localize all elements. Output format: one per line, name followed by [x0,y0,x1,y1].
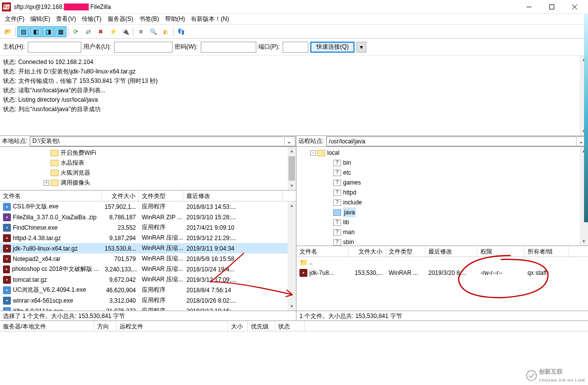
remote-path-input[interactable]: /usr/local/java⌄ [326,136,588,146]
column-header[interactable]: 文件类型 [139,191,183,201]
file-row[interactable]: ▪jdk-7u8...153,530,...WinRAR ...2019/3/2… [296,267,588,278]
toggle-log-icon[interactable]: ▤ [17,26,29,37]
tree-item[interactable]: ?etc [298,168,586,178]
menu-item[interactable]: 查看(V) [53,14,79,24]
column-header[interactable]: 远程文件 [117,321,228,331]
search-icon[interactable]: 🔍 [147,26,159,37]
file-row[interactable]: ▪Xftp-6.0.0111p.exe31,976,272应用程序2019/3/… [0,306,296,311]
toggle-remote-tree-icon[interactable]: ◨ [42,26,54,37]
file-row[interactable]: 📁.. [296,257,588,267]
file-row[interactable]: ▪UC浏览器_V6.2.4094.1.exe46,620,904应用程序2018… [0,285,296,295]
log-pane: 状态: Connected to 192.168.2.104状态: 开始上传 D… [0,56,588,136]
tree-item[interactable]: 水晶报表 [2,158,294,168]
tree-item[interactable]: ?sbin [298,237,586,246]
column-header[interactable]: 文件类型 [386,246,425,257]
file-row[interactable]: ▪jdk-7u80-linux-x64.tar.gz153,530,8...Wi… [0,243,296,254]
log-line: 状态: 开始上传 D:\安装包\jdk-7u80-linux-x64.tar.g… [3,67,585,76]
sync-browse-icon[interactable]: 👣 [175,26,187,37]
local-site-label: 本地站点: [0,137,29,145]
log-line: 状态: 列出"/usr/local/java"的目录成功 [3,105,585,114]
toggle-local-tree-icon[interactable]: ◧ [30,26,42,37]
column-header[interactable]: 大小 [228,321,248,331]
menubar: 文件(F)编辑(E)查看(V)传输(T)服务器(S)书签(B)帮助(H)有新版本… [0,14,588,25]
file-row[interactable]: ▪photoshop cc 2018中文破解版 ...3,240,133,...… [0,264,296,274]
app-icon: Fz [2,2,11,11]
process-queue-icon[interactable]: ⇄ [82,26,94,37]
compare-icon[interactable]: ◐ [160,26,172,37]
column-header[interactable]: 优先级 [248,321,275,331]
column-header[interactable]: 最近修改 [425,246,477,257]
tree-item[interactable]: java [298,207,586,217]
maximize-button[interactable] [540,0,563,14]
quickconnect-bar: 主机(H): 用户名(U): 密码(W): 端口(P): 快速连接(Q) ▾ [0,39,588,56]
column-header[interactable]: 文件名 [296,246,349,257]
file-row[interactable]: ▪FindChinese.exe23,552应用程序2017/4/21 9:09… [0,222,296,233]
toolbar: 📂 ▤ ◧ ◨ ▦ ⟳ ⇄ ✖ ⚡ 🔌 ≡ 🔍 ◐ 👣 [0,25,588,39]
queue-header: 服务器/本地文件方向远程文件大小优先级状态 [0,321,588,331]
column-header[interactable]: 文件大小 [349,246,386,257]
menu-item[interactable]: 有新版本！(N) [188,14,232,24]
menu-item[interactable]: 书签(B) [136,14,162,24]
svg-rect-1 [550,4,554,9]
file-row[interactable]: ▪FileZilla_3.37.0.0_XiaZaiBa .zip8,786,1… [0,212,296,222]
log-line: 状态: Connected to 192.168.2.104 [3,58,585,67]
column-header[interactable]: 服务器/本地文件 [0,321,94,331]
quickconnect-dropdown[interactable]: ▾ [356,42,366,53]
close-button[interactable] [563,0,586,14]
site-manager-icon[interactable]: 📂 [2,26,14,37]
file-row[interactable]: ▪httpd-2.4.38.tar.gz9,187,294WinRAR 压缩..… [0,233,296,243]
local-tree[interactable]: 开启免费WiFi水晶报表火狐浏览器+调用摄像头 ▲▼ [0,147,296,191]
column-header[interactable]: 权限 [477,246,525,257]
tree-item[interactable]: ?bin [298,158,586,168]
pass-input[interactable] [201,42,256,53]
remote-selection-status: 1 个文件。大小总共: 153,530,841 字节 [296,311,588,321]
menu-item[interactable]: 服务器(S) [105,14,136,24]
host-input[interactable] [28,42,81,53]
tree-item[interactable]: 火狐浏览器 [2,168,294,178]
file-row[interactable]: ▪CS1.6中文版.exe157,902,1...应用程序2016/8/13 1… [0,201,296,212]
filter-icon[interactable]: ≡ [135,26,147,37]
menu-item[interactable]: 编辑(E) [27,14,53,24]
refresh-icon[interactable]: ⟳ [70,26,82,37]
column-header[interactable]: 方向 [94,321,117,331]
tree-item[interactable]: +调用摄像头 [2,178,294,188]
tree-item[interactable]: ?httpd [298,188,586,197]
port-input[interactable] [283,42,308,53]
menu-item[interactable]: 文件(F) [2,14,27,24]
column-header[interactable]: 状态 [275,321,305,331]
tree-item[interactable]: ?lib [298,217,586,227]
remote-tree[interactable]: −local?bin?etc?games?httpd?includejava?l… [296,147,588,246]
remote-list-header: 文件名文件大小文件类型最近修改权限所有者/组 [296,246,588,257]
pass-label: 密码(W): [175,43,198,51]
minimize-button[interactable] [518,0,540,14]
local-file-list[interactable]: ▪CS1.6中文版.exe157,902,1...应用程序2016/8/13 1… [0,201,296,311]
cancel-icon[interactable]: ✖ [95,26,107,37]
quickconnect-button[interactable]: 快速连接(Q) [310,42,354,53]
file-row[interactable]: ▪winrar-x64-561scp.exe3,312,040应用程序2018/… [0,295,296,306]
toggle-queue-icon[interactable]: ▦ [55,26,66,37]
tree-item[interactable]: 开启免费WiFi [2,148,294,158]
tree-item[interactable]: −local [298,148,586,158]
remote-file-list[interactable]: 📁..▪jdk-7u8...153,530,...WinRAR ...2019/… [296,257,588,311]
file-row[interactable]: ▪tomcat.tar.gz9,672,042WinRAR 压缩...2019/… [0,274,296,285]
disconnect-icon[interactable]: ⚡ [107,26,119,37]
port-label: 端口(P): [258,43,280,51]
svg-point-4 [527,371,536,381]
column-header[interactable]: 所有者/组 [525,246,569,257]
tree-item[interactable]: ?include [298,197,586,207]
tree-item[interactable]: ?games [298,178,586,188]
tree-item[interactable]: ?man [298,227,586,237]
local-path-input[interactable]: D:\安装包\⌄ [30,136,295,146]
edge-decoration [584,14,588,222]
log-line: 状态: 读取"/usr/local/java"的目录列表... [3,86,585,95]
file-row[interactable]: ▪Notepad2_x64.rar701,579WinRAR 压缩...2018… [0,254,296,264]
column-header[interactable]: 文件大小 [102,191,139,201]
chevron-down-icon[interactable]: ⌄ [284,136,293,146]
reconnect-icon[interactable]: 🔌 [119,26,131,37]
user-input[interactable] [114,42,173,53]
menu-item[interactable]: 帮助(H) [162,14,188,24]
column-header[interactable]: 文件名 [0,191,102,201]
column-header[interactable]: 最近修改 [183,191,283,201]
user-label: 用户名(U): [83,43,111,51]
menu-item[interactable]: 传输(T) [79,14,104,24]
